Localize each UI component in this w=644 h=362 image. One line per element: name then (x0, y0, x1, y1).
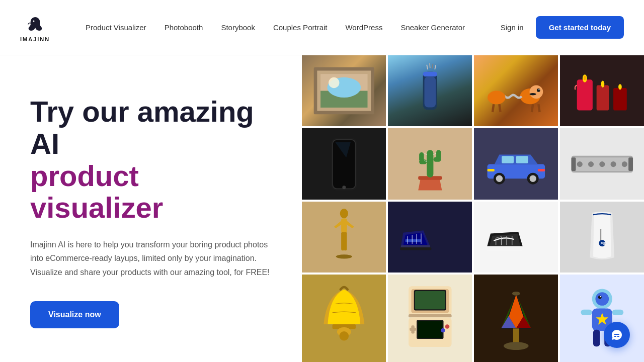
svg-rect-110 (581, 309, 592, 315)
grid-cell-bell (302, 275, 386, 362)
svg-line-23 (538, 104, 539, 112)
svg-rect-9 (424, 76, 436, 107)
svg-rect-111 (612, 309, 623, 315)
nav-item-couples-portrait[interactable]: Couples Portrait (273, 23, 328, 32)
svg-point-34 (342, 186, 346, 189)
get-started-button[interactable]: Get started today (536, 16, 624, 39)
svg-rect-60 (571, 157, 576, 171)
svg-point-98 (441, 328, 445, 332)
svg-point-48 (496, 175, 502, 182)
nav-item-sneaker-generator[interactable]: Sneaker Generator (400, 23, 465, 32)
grid-cell-shoes-black (474, 202, 558, 273)
svg-line-21 (499, 104, 500, 112)
svg-rect-26 (613, 88, 627, 111)
grid-cell-cactus (388, 128, 472, 199)
header-actions: Sign in Get started today (501, 16, 624, 39)
svg-point-28 (584, 76, 586, 80)
svg-rect-40 (436, 150, 441, 159)
visualize-now-button[interactable]: Visualize now (30, 301, 119, 328)
svg-point-58 (610, 161, 616, 167)
svg-point-6 (329, 77, 339, 88)
hero-title-line2: product visualizer (30, 160, 272, 224)
svg-point-18 (529, 93, 536, 95)
grid-container: PS (302, 55, 644, 362)
svg-line-22 (532, 104, 533, 112)
svg-rect-69 (400, 247, 431, 250)
svg-rect-90 (415, 291, 445, 309)
logo-text: IMAJINN (20, 36, 50, 42)
svg-point-55 (577, 161, 582, 167)
svg-rect-46 (516, 156, 528, 163)
nav-item-photobooth[interactable]: Photobooth (165, 23, 203, 32)
grid-cell-golf (388, 55, 472, 126)
svg-rect-24 (577, 79, 592, 110)
main-content: Try our amazing AI product visualizer Im… (0, 55, 644, 362)
svg-rect-65 (344, 232, 347, 250)
svg-text:PS: PS (600, 241, 605, 246)
svg-rect-112 (593, 329, 600, 346)
grid-cell-phone (302, 128, 386, 199)
svg-rect-8 (423, 72, 437, 76)
svg-point-107 (598, 296, 602, 299)
svg-point-106 (595, 292, 609, 306)
nav-item-storybook[interactable]: Storybook (221, 23, 255, 32)
svg-point-62 (340, 209, 348, 218)
main-nav: Product Visualizer Photobooth Storybook … (86, 23, 465, 32)
svg-point-0 (33, 20, 34, 22)
svg-line-42 (433, 153, 436, 154)
nav-item-wordpress[interactable]: WordPress (345, 23, 382, 32)
svg-rect-94 (418, 321, 442, 338)
grid-cell-figurine (302, 202, 386, 273)
svg-rect-96 (410, 327, 416, 330)
grid-cell-shoes-blue (388, 202, 472, 273)
svg-rect-45 (502, 156, 514, 163)
grid-cell-hardware (560, 128, 644, 199)
svg-point-29 (601, 81, 604, 87)
svg-point-86 (339, 331, 349, 341)
svg-point-108 (600, 296, 601, 297)
grid-cell-car (474, 128, 558, 199)
svg-point-50 (529, 175, 536, 182)
svg-line-41 (424, 153, 427, 154)
svg-point-66 (336, 254, 352, 258)
svg-rect-91 (409, 314, 452, 317)
nav-item-product-visualizer[interactable]: Product Visualizer (86, 23, 146, 32)
svg-point-30 (618, 84, 622, 89)
svg-line-12 (432, 64, 433, 68)
svg-point-97 (445, 324, 449, 329)
chat-widget[interactable] (604, 322, 630, 348)
grid-cell-gameboy (388, 275, 472, 362)
svg-rect-63 (341, 218, 347, 232)
grid-cell-toy2 (560, 275, 644, 362)
logo-icon (24, 13, 46, 35)
svg-point-19 (488, 91, 506, 105)
svg-point-103 (504, 342, 529, 350)
svg-rect-25 (596, 85, 608, 111)
svg-rect-74 (486, 246, 524, 250)
hero-section: Try our amazing AI product visualizer Im… (0, 55, 302, 358)
sign-in-button[interactable]: Sign in (501, 23, 524, 32)
svg-rect-52 (537, 169, 544, 171)
site-header: IMAJINN Product Visualizer Photobooth St… (0, 0, 644, 55)
grid-cell-lamp (474, 275, 558, 362)
svg-rect-36 (427, 150, 433, 177)
svg-line-10 (427, 65, 428, 69)
svg-rect-51 (487, 169, 494, 171)
svg-point-16 (537, 88, 540, 92)
svg-rect-38 (419, 152, 424, 162)
grid-cell-candles (560, 55, 644, 126)
grid-cell-ps5: PS (560, 202, 644, 273)
grid-cell-toy-dog (474, 55, 558, 126)
product-image-grid: PS (302, 55, 644, 362)
svg-point-15 (529, 85, 543, 99)
svg-line-11 (430, 63, 430, 68)
svg-line-20 (493, 104, 494, 112)
svg-rect-61 (628, 157, 633, 171)
chat-icon (611, 329, 623, 341)
svg-point-59 (621, 161, 627, 167)
svg-point-104 (512, 292, 520, 296)
grid-cell-painting (302, 55, 386, 126)
hero-title: Try our amazing AI product visualizer (30, 96, 272, 238)
svg-point-17 (538, 89, 539, 90)
logo[interactable]: IMAJINN (20, 13, 50, 42)
